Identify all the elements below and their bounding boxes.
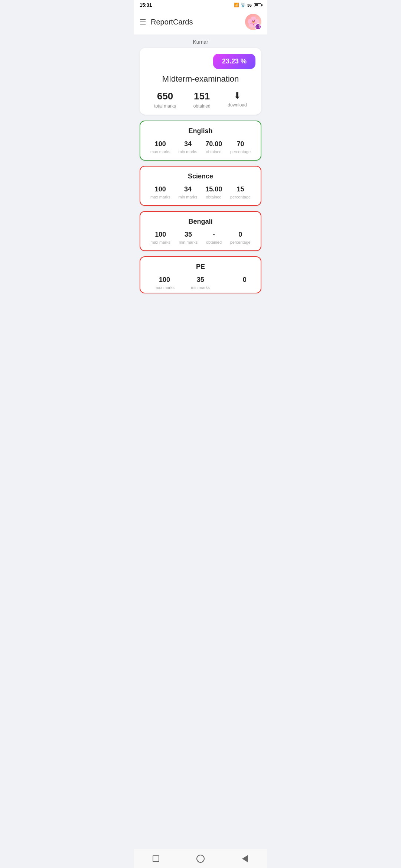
english-min-label: min marks [179,149,198,154]
science-percentage: 15 percentage [230,185,251,199]
app-bar-left: ☰ ReportCards [140,17,193,26]
science-percentage-value: 15 [230,185,251,193]
english-max-label: max marks [150,149,170,154]
subject-name-english: English [146,127,255,135]
english-obtained: 70.00 obtained [205,140,222,154]
subject-card-pe: PE 100 max marks 35 min marks 0 [140,256,261,293]
total-marks-value: 650 [154,91,176,102]
download-stat[interactable]: ⬇ download [228,91,247,108]
bengali-obtained: - obtained [206,231,222,244]
status-icons: 📶 📡 36 [234,3,261,7]
pe-min-value: 35 [191,276,210,284]
pe-percentage: 0 [243,276,247,285]
bengali-max-label: max marks [150,240,170,244]
bengali-obtained-label: obtained [206,240,222,244]
english-percentage: 70 percentage [230,140,251,154]
english-obtained-label: obtained [205,149,222,154]
obtained-stat: 151 obtained [193,91,211,109]
subject-stats-english: 100 max marks 34 min marks 70.00 obtaine… [146,140,255,154]
obtained-value: 151 [193,91,211,102]
subject-card-english: English 100 max marks 34 min marks 70.00… [140,121,261,161]
exam-title: MIdterm-examination [146,74,255,84]
bengali-obtained-value: - [206,231,222,239]
bengali-percentage-value: 0 [230,231,251,239]
subject-card-science: Science 100 max marks 34 min marks 15.00… [140,166,261,206]
avatar-badge: +1 [255,23,261,30]
english-obtained-value: 70.00 [205,140,222,148]
app-title: ReportCards [151,18,193,26]
science-min-label: min marks [179,195,198,199]
subject-stats-pe: 100 max marks 35 min marks 0 [146,276,255,290]
status-bar: 15:31 📶 📡 36 [134,0,267,9]
bengali-max-value: 100 [150,231,170,239]
science-min-value: 34 [179,185,198,193]
science-obtained-label: obtained [205,195,222,199]
subject-name-bengali: Bengali [146,218,255,226]
subject-name-science: Science [146,172,255,180]
bengali-max-marks: 100 max marks [150,231,170,244]
total-marks-stat: 650 total marks [154,91,176,109]
main-content: Kumar 23.23 % MIdterm-examination 650 to… [134,34,267,324]
obtained-label: obtained [193,103,211,109]
status-time: 15:31 [140,2,152,8]
pe-max-label: max marks [154,285,175,290]
english-min-value: 34 [179,140,198,148]
bengali-percentage: 0 percentage [230,231,251,244]
english-percentage-value: 70 [230,140,251,148]
english-min-marks: 34 min marks [179,140,198,154]
science-max-label: max marks [150,195,170,199]
pe-percentage-value: 0 [243,276,247,284]
battery-text: 36 [247,3,252,7]
subject-name-pe: PE [146,263,255,271]
bengali-min-value: 35 [179,231,198,239]
app-bar: ☰ ReportCards 🌸 +1 [134,9,267,34]
pe-min-marks: 35 min marks [191,276,210,290]
download-label: download [228,102,247,108]
download-icon: ⬇ [228,91,247,101]
english-percentage-label: percentage [230,149,251,154]
science-percentage-label: percentage [230,195,251,199]
subject-stats-bengali: 100 max marks 35 min marks - obtained 0 … [146,231,255,244]
english-max-value: 100 [150,140,170,148]
english-max-marks: 100 max marks [150,140,170,154]
subject-stats-science: 100 max marks 34 min marks 15.00 obtaine… [146,185,255,199]
summary-stats: 650 total marks 151 obtained ⬇ download [146,91,255,109]
bengali-min-label: min marks [179,240,198,244]
bengali-percentage-label: percentage [230,240,251,244]
summary-card: 23.23 % MIdterm-examination 650 total ma… [140,48,261,115]
percentage-badge: 23.23 % [213,54,255,69]
pe-min-label: min marks [191,285,210,290]
science-min-marks: 34 min marks [179,185,198,199]
avatar-wrapper[interactable]: 🌸 +1 [245,14,261,30]
battery-icon [254,3,261,7]
bengali-min-marks: 35 min marks [179,231,198,244]
science-max-marks: 100 max marks [150,185,170,199]
subject-card-bengali: Bengali 100 max marks 35 min marks - obt… [140,211,261,251]
pe-max-marks: 100 max marks [154,276,175,290]
science-max-value: 100 [150,185,170,193]
wifi-icon: 📡 [241,3,246,7]
total-marks-label: total marks [154,103,176,109]
hamburger-icon[interactable]: ☰ [140,17,146,26]
science-obtained: 15.00 obtained [205,185,222,199]
signal-icon: 📶 [234,3,239,7]
student-name: Kumar [140,39,261,45]
pe-max-value: 100 [154,276,175,284]
science-obtained-value: 15.00 [205,185,222,193]
